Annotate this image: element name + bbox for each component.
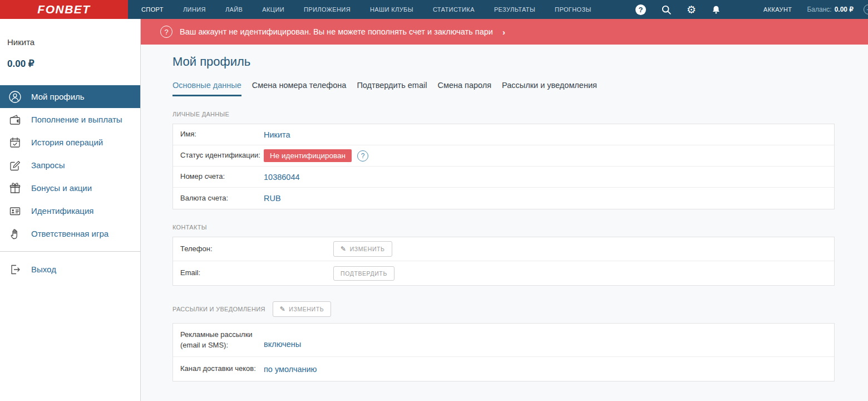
banner-text: Ваш аккаунт не идентифицирован. Вы не мо… [180, 27, 493, 36]
tab-notifications[interactable]: Рассылки и уведомления [502, 81, 597, 96]
row-label: Канал доставки чеков: [180, 364, 264, 374]
account-number-value: 10386044 [264, 173, 300, 182]
identification-status-badge: Не идентифицирован [264, 149, 352, 162]
pencil-icon: ✎ [280, 305, 286, 313]
currency-value: RUB [264, 194, 281, 203]
user-balance: 0.00 ₽ [7, 58, 140, 70]
logo-text: FONBET [37, 3, 90, 16]
person-icon [8, 90, 22, 104]
ad-mailings-value: включены [264, 340, 301, 356]
sidebar-item-operations-history[interactable]: История операций [0, 131, 140, 154]
section-title-contacts: КОНТАКТЫ [172, 224, 868, 231]
fonbet-logo[interactable]: FONBET [0, 0, 128, 19]
settings-gear-icon[interactable]: ⚙ [687, 4, 696, 15]
sidebar: Никита 0.00 ₽ Мой профиль Пополнение и в… [0, 19, 141, 401]
sidebar-item-label: История операций [31, 138, 103, 147]
user-name: Никита [7, 37, 140, 47]
identification-warning-banner[interactable]: ? Ваш аккаунт не идентифицирован. Вы не … [141, 19, 868, 45]
sidebar-item-label: Бонусы и акции [31, 183, 92, 193]
nav-clubs[interactable]: НАШИ КЛУБЫ [370, 6, 413, 13]
tab-confirm-email[interactable]: Подтвердить email [357, 81, 427, 96]
sidebar-item-logout[interactable]: Выход [0, 258, 140, 281]
table-row: Телефон: ✎ ИЗМЕНИТЬ [173, 237, 834, 261]
receipt-channel-value: по умолчанию [264, 365, 317, 374]
nav-promos[interactable]: АКЦИИ [262, 6, 284, 13]
edit-pencil-icon [8, 159, 22, 172]
nav-results[interactable]: РЕЗУЛЬТАТЫ [494, 6, 535, 13]
nav-live[interactable]: ЛАЙВ [225, 6, 243, 13]
section-title-personal-data: ЛИЧНЫЕ ДАННЫЕ [172, 111, 868, 118]
change-phone-button[interactable]: ✎ ИЗМЕНИТЬ [333, 241, 392, 257]
button-label: ИЗМЕНИТЬ [289, 306, 324, 312]
topbar: FONBET СПОРТ ЛИНИЯ ЛАЙВ АКЦИИ ПРИЛОЖЕНИЯ… [0, 0, 868, 19]
hand-icon [8, 227, 22, 241]
confirm-email-button[interactable]: ПОДТВЕРДИТЬ [333, 266, 394, 281]
app-window: FONBET СПОРТ ЛИНИЯ ЛАЙВ АКЦИИ ПРИЛОЖЕНИЯ… [0, 0, 868, 401]
button-label: ИЗМЕНИТЬ [350, 246, 385, 252]
table-row: Email: ПОДТВЕРДИТЬ [173, 261, 834, 285]
balance-display: Баланс: 0.00 ₽ [807, 6, 854, 13]
sidebar-item-bonuses[interactable]: Бонусы и акции [0, 177, 140, 199]
gift-icon [8, 182, 22, 195]
tab-change-password[interactable]: Смена пароля [437, 81, 491, 96]
main-content: Мой профиль Основные данные Смена номера… [141, 45, 868, 382]
sidebar-item-responsible-gaming[interactable]: Ответственная игра [0, 222, 140, 245]
sidebar-item-label: Пополнение и выплаты [31, 115, 122, 124]
table-row: Канал доставки чеков: по умолчанию [173, 357, 834, 381]
personal-data-panel: Имя: Никита Статус идентификации: Не иде… [172, 124, 835, 209]
sidebar-item-label: Идентификация [31, 206, 93, 216]
nav-line[interactable]: ЛИНИЯ [183, 6, 206, 13]
section-title-notifications: РАССЫЛКИ И УВЕДОМЛЕНИЯ [172, 306, 265, 312]
help-icon[interactable]: ? [635, 4, 646, 15]
sidebar-item-my-profile[interactable]: Мой профиль [0, 85, 140, 108]
account-button[interactable]: АККАУНТ [763, 6, 792, 13]
sidebar-item-requests[interactable]: Запросы [0, 154, 140, 177]
tab-change-phone[interactable]: Смена номера телефона [252, 81, 347, 96]
content-column: ? Ваш аккаунт не идентифицирован. Вы не … [141, 19, 868, 401]
nav-sport[interactable]: СПОРТ [141, 6, 164, 13]
sidebar-item-label: Мой профиль [31, 92, 85, 101]
profile-tabs: Основные данные Смена номера телефона По… [172, 81, 868, 96]
nav-statistics[interactable]: СТАТИСТИКА [433, 6, 475, 13]
nav-predictions[interactable]: ПРОГНОЗЫ [555, 6, 591, 13]
row-label: Номер счета: [180, 172, 264, 182]
row-label: Статус идентификации: [180, 150, 264, 160]
row-label: Телефон: [180, 244, 264, 254]
edit-notifications-button[interactable]: ✎ ИЗМЕНИТЬ [273, 301, 332, 317]
table-row: Номер счета: 10386044 [173, 167, 834, 188]
table-row: Рекламные рассылки (email и SMS): включе… [173, 324, 834, 357]
table-row: Статус идентификации: Не идентифицирован… [173, 145, 834, 167]
table-row: Имя: Никита [173, 124, 834, 145]
row-label: Валюта счета: [180, 193, 264, 203]
page-title: Мой профиль [172, 55, 868, 69]
notifications-panel: Рекламные рассылки (email и SMS): включе… [172, 323, 835, 382]
sidebar-divider [0, 251, 140, 252]
help-icon[interactable]: ? [357, 150, 368, 162]
sidebar-item-identification[interactable]: Идентификация [0, 199, 140, 222]
nav-apps[interactable]: ПРИЛОЖЕНИЯ [304, 6, 351, 13]
sidebar-item-label: Ответственная игра [31, 229, 108, 238]
balance-value: 0.00 ₽ [835, 6, 854, 13]
sidebar-item-deposits-payouts[interactable]: Пополнение и выплаты [0, 108, 140, 131]
notifications-bell-icon[interactable] [711, 4, 721, 15]
balance-label: Баланс: [807, 6, 831, 13]
body-row: Никита 0.00 ₽ Мой профиль Пополнение и в… [0, 19, 868, 401]
row-label: Рекламные рассылки (email и SMS): [180, 330, 264, 350]
tab-basic-data[interactable]: Основные данные [172, 81, 241, 96]
calendar-check-icon [8, 136, 22, 149]
chevron-right-icon[interactable]: › [502, 27, 505, 37]
sidebar-menu: Мой профиль Пополнение и выплаты История… [0, 85, 140, 281]
topbar-right: ? ⚙ АККАУНТ Баланс: 0.00 ₽ [635, 0, 868, 19]
button-label: ПОДТВЕРДИТЬ [341, 270, 387, 277]
row-label: Имя: [180, 129, 264, 139]
top-navigation: СПОРТ ЛИНИЯ ЛАЙВ АКЦИИ ПРИЛОЖЕНИЯ НАШИ К… [141, 0, 591, 19]
pencil-icon: ✎ [341, 245, 347, 253]
row-label: Email: [180, 268, 264, 278]
question-circle-icon: ? [160, 26, 172, 38]
language-flag-ru-icon[interactable] [736, 6, 748, 14]
wallet-icon [8, 113, 22, 126]
name-value: Никита [264, 130, 290, 139]
contacts-panel: Телефон: ✎ ИЗМЕНИТЬ Email: ПОДТВЕР [172, 237, 835, 286]
search-icon[interactable] [661, 4, 672, 15]
table-row: Валюта счета: RUB [173, 188, 834, 209]
